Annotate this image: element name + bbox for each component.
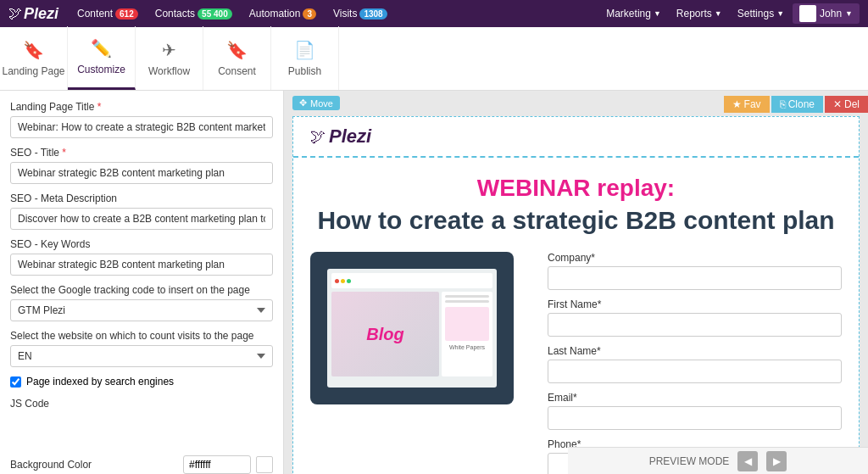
delete-button[interactable]: ✕ Del bbox=[825, 96, 868, 113]
action-buttons: ★ Fav ⎘ Clone ✕ Del bbox=[724, 96, 868, 113]
indexed-row: Page indexed by search engines bbox=[10, 376, 273, 388]
next-button[interactable]: ▶ bbox=[766, 451, 787, 471]
user-chevron: ▼ bbox=[845, 9, 853, 18]
company-label: Company* bbox=[548, 252, 842, 264]
gtm-label: Select the Google tracking code to inser… bbox=[10, 284, 273, 296]
automation-badge: 3 bbox=[303, 8, 316, 20]
email-label: Email* bbox=[548, 392, 842, 404]
publish-icon: 📄 bbox=[294, 40, 315, 60]
page-logo-area: 🕊 Plezi bbox=[293, 117, 859, 158]
tab-customize[interactable]: ✏️ Customize bbox=[68, 26, 136, 90]
star-icon: ★ bbox=[732, 98, 742, 110]
indexed-label: Page indexed by search engines bbox=[26, 376, 174, 388]
webinar-title: WEBINAR replay: bbox=[293, 158, 859, 206]
screen-sidebar: White Papers bbox=[442, 292, 492, 376]
sub-navigation: 🔖 Landing Page ✏️ Customize ✈ Workflow 🔖… bbox=[0, 27, 868, 91]
nav-settings[interactable]: Settings ▼ bbox=[731, 8, 791, 20]
form-email: Email* bbox=[548, 392, 842, 430]
tab-publish[interactable]: 📄 Publish bbox=[271, 26, 339, 90]
form-company: Company* bbox=[548, 252, 842, 290]
laptop-mockup: Blog White Papers bbox=[310, 252, 514, 404]
seo-title-input[interactable] bbox=[10, 162, 273, 184]
company-input[interactable] bbox=[548, 266, 842, 290]
title-label: Landing Page Title * bbox=[10, 101, 273, 113]
lastname-input[interactable] bbox=[548, 360, 842, 383]
title-input[interactable] bbox=[10, 116, 273, 138]
laptop-image-area: Blog White Papers bbox=[310, 252, 531, 474]
preview-mode-label: PREVIEW MODE bbox=[649, 455, 730, 467]
content-badge: 612 bbox=[115, 8, 138, 20]
color-swatch[interactable] bbox=[256, 456, 273, 473]
seo-title-label: SEO - Title * bbox=[10, 147, 273, 159]
settings-chevron: ▼ bbox=[776, 9, 784, 18]
logo-icon: 🕊 bbox=[8, 6, 22, 21]
jscode-label: JS Code bbox=[10, 398, 273, 410]
nav-marketing[interactable]: Marketing ▼ bbox=[599, 8, 668, 20]
page-preview: 🕊 Plezi WEBINAR replay: How to create a … bbox=[292, 116, 860, 474]
marketing-chevron: ▼ bbox=[654, 9, 661, 18]
lastname-label: Last Name* bbox=[548, 345, 842, 357]
bottom-bar: PREVIEW MODE ◀ ▶ bbox=[568, 447, 868, 474]
laptop-screen: Blog White Papers bbox=[327, 269, 497, 388]
contacts-badge: 55 400 bbox=[198, 8, 232, 20]
prev-button[interactable]: ◀ bbox=[737, 451, 758, 471]
screen-blog-block: Blog bbox=[331, 292, 439, 376]
clone-icon: ⎘ bbox=[780, 98, 786, 110]
delete-icon: ✕ bbox=[833, 98, 842, 110]
form-area: Company* First Name* Last Name* Email* bbox=[548, 252, 842, 474]
indexed-checkbox[interactable] bbox=[10, 376, 21, 388]
nav-reports[interactable]: Reports ▼ bbox=[670, 8, 729, 20]
title-required: * bbox=[97, 101, 102, 113]
tab-workflow[interactable]: ✈ Workflow bbox=[136, 26, 203, 90]
website-label: Select the website on which to count vis… bbox=[10, 330, 273, 342]
firstname-input[interactable] bbox=[548, 313, 842, 337]
seo-meta-input[interactable] bbox=[10, 208, 273, 230]
nav-automation[interactable]: Automation 3 bbox=[242, 8, 323, 20]
bg-color-row: Background Color bbox=[10, 455, 273, 474]
visits-badge: 1308 bbox=[359, 8, 387, 20]
form-firstname: First Name* bbox=[548, 298, 842, 337]
website-select[interactable]: EN bbox=[10, 345, 273, 367]
landing-page-icon: 🔖 bbox=[23, 40, 44, 60]
move-bar[interactable]: ✥ Move bbox=[292, 96, 340, 110]
gtm-select[interactable]: GTM Plezi bbox=[10, 299, 273, 321]
reports-chevron: ▼ bbox=[715, 9, 722, 18]
user-menu[interactable]: John ▼ bbox=[793, 3, 860, 24]
email-input[interactable] bbox=[548, 406, 842, 430]
workflow-icon: ✈ bbox=[162, 40, 176, 60]
seo-meta-label: SEO - Meta Description bbox=[10, 192, 273, 204]
seo-keywords-label: SEO - Key Words bbox=[10, 238, 273, 250]
firstname-label: First Name* bbox=[548, 298, 842, 310]
content-area: Blog White Papers bbox=[293, 252, 859, 474]
webinar-subtitle: How to create a strategic B2B content pl… bbox=[293, 206, 859, 252]
page-logo-text: Plezi bbox=[329, 125, 371, 148]
bg-color-label: Background Color bbox=[10, 459, 92, 471]
fav-button[interactable]: ★ Fav bbox=[724, 96, 770, 113]
logo[interactable]: 🕊 Plezi bbox=[8, 5, 58, 23]
consent-icon: 🔖 bbox=[226, 40, 248, 60]
seo-title-required: * bbox=[62, 147, 66, 159]
customize-icon: ✏️ bbox=[91, 38, 112, 59]
page-logo-icon: 🕊 bbox=[310, 128, 326, 146]
tab-consent[interactable]: 🔖 Consent bbox=[203, 26, 271, 90]
left-panel: Landing Page Title * SEO - Title * SEO -… bbox=[0, 91, 284, 474]
tab-landing-page[interactable]: 🔖 Landing Page bbox=[0, 26, 68, 90]
clone-button[interactable]: ⎘ Clone bbox=[771, 96, 823, 113]
top-navigation: 🕊 Plezi Content 612 Contacts 55 400 Auto… bbox=[0, 0, 868, 27]
avatar bbox=[799, 5, 816, 22]
right-content: ✥ Move ★ Fav ⎘ Clone ✕ Del 🕊 Plezi bbox=[284, 91, 868, 474]
nav-content[interactable]: Content 612 bbox=[70, 8, 145, 20]
seo-keywords-input[interactable] bbox=[10, 254, 273, 276]
nav-contacts[interactable]: Contacts 55 400 bbox=[148, 8, 239, 20]
form-lastname: Last Name* bbox=[548, 345, 842, 383]
logo-text: Plezi bbox=[24, 5, 58, 23]
nav-visits[interactable]: Visits 1308 bbox=[326, 8, 394, 20]
move-icon: ✥ bbox=[299, 98, 307, 109]
bg-color-input[interactable] bbox=[183, 455, 251, 474]
